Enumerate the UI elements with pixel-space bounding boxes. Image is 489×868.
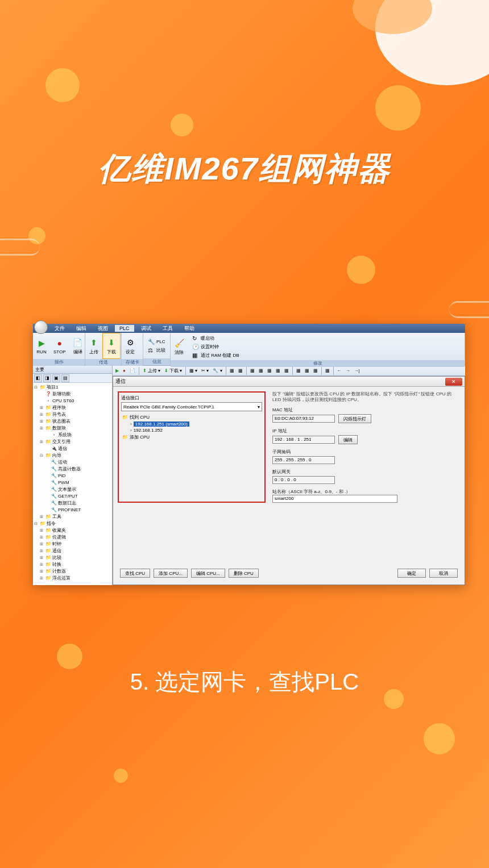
folder-icon: 📁 bbox=[122, 415, 128, 420]
cpu-item-1[interactable]: ▫192.168.1.251 (smart200) bbox=[121, 421, 262, 427]
ok-button[interactable]: 确定 bbox=[397, 569, 426, 578]
tree-favorites[interactable]: ⊞📁收藏夹 bbox=[34, 527, 111, 534]
settings-button[interactable]: ⚙ 设定 bbox=[122, 333, 139, 359]
menu-plc[interactable]: PLC bbox=[115, 325, 134, 332]
rt-g3[interactable]: ▦ bbox=[248, 368, 256, 374]
station-input: smart200 bbox=[272, 495, 397, 503]
edit-cpu-button[interactable]: 编辑 CPU... bbox=[191, 569, 225, 578]
comm-interface-label: 通信接口 bbox=[121, 395, 262, 401]
tree-wizard[interactable]: ⊟📁向导 bbox=[34, 452, 111, 459]
rt-run[interactable]: ▶ bbox=[114, 368, 121, 374]
rt-nav2[interactable]: → bbox=[344, 368, 352, 374]
menu-help[interactable]: 帮助 bbox=[180, 324, 199, 333]
tree-cross-ref[interactable]: ⊞📁交叉引用 bbox=[34, 439, 111, 445]
delete-cpu-button[interactable]: 删除 CPU bbox=[229, 569, 259, 578]
tree-pid[interactable]: 🔧PID bbox=[34, 473, 111, 479]
upload-label: 上传 bbox=[89, 349, 98, 355]
tree-system-block[interactable]: ▫系统块 bbox=[34, 432, 111, 439]
rt-stop[interactable]: ● bbox=[121, 368, 127, 374]
tree-float[interactable]: ⊞📁浮点运算 bbox=[34, 575, 111, 582]
menu-edit[interactable]: 编辑 bbox=[72, 324, 91, 333]
rt-g2[interactable]: ▦ bbox=[237, 368, 244, 374]
tree-comm2[interactable]: ⊞📁通信 bbox=[34, 548, 111, 554]
edit-ip-button[interactable]: 编辑 bbox=[338, 435, 358, 444]
rt-g11[interactable]: ▦ bbox=[324, 368, 331, 374]
menu-debug[interactable]: 调试 bbox=[136, 324, 156, 333]
flash-led-button[interactable]: 闪烁指示灯 bbox=[338, 414, 371, 423]
rt-g7[interactable]: ▦ bbox=[283, 368, 291, 374]
compile-button[interactable]: 📄 编译 bbox=[69, 333, 86, 359]
cpu-item-2[interactable]: ▫192.168.1.252 bbox=[121, 427, 262, 433]
rt-g4[interactable]: ▦ bbox=[257, 368, 265, 374]
rt-g10[interactable]: ▦ bbox=[312, 368, 320, 374]
rt-g8[interactable]: ▦ bbox=[295, 368, 302, 374]
tree-btn-2[interactable]: ◨ bbox=[43, 374, 51, 382]
rt-mod[interactable]: 🔧 ▾ bbox=[211, 368, 223, 374]
rt-nav3[interactable]: →| bbox=[353, 368, 362, 374]
rt-insert[interactable]: ▦ ▾ bbox=[188, 368, 199, 374]
close-button[interactable]: ✕ bbox=[445, 378, 462, 386]
tree-status-chart[interactable]: ⊞📁状态图表 bbox=[34, 418, 111, 425]
find-cpu-button[interactable]: 查找 CPU bbox=[120, 569, 150, 578]
rt-upload[interactable]: ⬆上传 ▾ bbox=[141, 367, 162, 374]
tree-get-put[interactable]: 🔧GET/PUT bbox=[34, 493, 111, 500]
upload-button[interactable]: ⬆ 上传 bbox=[85, 333, 102, 359]
tree-data-block[interactable]: ⊞📁数据块 bbox=[34, 425, 111, 432]
tree-instructions[interactable]: ⊟📁指令 bbox=[34, 520, 111, 527]
tree-new-feature[interactable]: ❓新增功能 bbox=[34, 391, 111, 398]
down-arrow-icon: ⬇ bbox=[106, 337, 117, 348]
tree-btn-3[interactable]: ▣ bbox=[52, 374, 60, 382]
run-button[interactable]: ▶ RUN bbox=[33, 333, 50, 359]
tree-tools[interactable]: ⊞📁工具 bbox=[34, 514, 111, 520]
tree-profinet[interactable]: 🔧PROFINET bbox=[34, 507, 111, 514]
tree-btn-1[interactable]: ◧ bbox=[34, 374, 42, 382]
rt-compile[interactable]: 📄 bbox=[128, 368, 137, 374]
rt-download[interactable]: ⬇下载 ▾ bbox=[163, 367, 184, 374]
rt-nav1[interactable]: ← bbox=[335, 368, 343, 374]
tree-root[interactable]: ⊟📁项目1 bbox=[34, 384, 111, 391]
add-cpu-node[interactable]: 📁添加 CPU bbox=[121, 433, 262, 441]
clear-button[interactable]: 🧹 清除 bbox=[171, 333, 188, 360]
up-arrow-icon: ⬆ bbox=[89, 337, 99, 348]
found-cpu-node[interactable]: 📁找到 CPU bbox=[121, 414, 262, 421]
run-label: RUN bbox=[36, 349, 46, 354]
tree-pwm[interactable]: 🔧PWM bbox=[34, 479, 111, 486]
rt-g1[interactable]: ▦ bbox=[228, 368, 236, 374]
tree-symbol-table[interactable]: ⊞📁符号表 bbox=[34, 411, 111, 418]
interface-combo[interactable]: Realtek PCIe GBE Family Controller.TCPIP… bbox=[121, 402, 262, 411]
cancel-button[interactable]: 取消 bbox=[429, 569, 458, 578]
menu-view[interactable]: 视图 bbox=[93, 324, 113, 333]
tree-btn-4[interactable]: ▤ bbox=[61, 374, 69, 382]
tree-counters[interactable]: ⊞📁计数器 bbox=[34, 568, 111, 575]
project-tree[interactable]: ⊟📁项目1 ❓新增功能 ▫CPU ST60 ⊞📁程序块 ⊞📁符号表 ⊞📁状态图表… bbox=[33, 383, 112, 585]
add-cpu-button[interactable]: 添加 CPU... bbox=[154, 569, 188, 578]
tree-convert[interactable]: ⊞📁转换 bbox=[34, 561, 111, 568]
tree-comm[interactable]: 🔌通信 bbox=[34, 445, 111, 452]
rt-g6[interactable]: ▦ bbox=[274, 368, 282, 374]
tree-motion[interactable]: 🔧运动 bbox=[34, 459, 111, 466]
tree-text-display[interactable]: 🔧文本显示 bbox=[34, 486, 111, 493]
menu-file[interactable]: 文件 bbox=[50, 324, 69, 333]
editor-toolbar: ▶ ● 📄 ⬆上传 ▾ ⬇下载 ▾ ▦ ▾ ✂ ▾ 🔧 ▾ ▦ ▦ ▦ ▦ ▦ … bbox=[113, 366, 465, 376]
rt-g5[interactable]: ▦ bbox=[266, 368, 273, 374]
tree-hsc[interactable]: 🔧高速计数器 bbox=[34, 466, 111, 473]
download-button[interactable]: ⬇ 下载 bbox=[102, 333, 121, 359]
compare-button[interactable]: ⚖比较 bbox=[146, 346, 168, 354]
tree-cpu[interactable]: ▫CPU ST60 bbox=[34, 398, 111, 404]
warm-start-button[interactable]: ↻暖启动 bbox=[190, 334, 242, 342]
download-label: 下载 bbox=[107, 349, 116, 355]
compile-label: 编译 bbox=[73, 349, 82, 355]
tree-compare-ins[interactable]: ⊞📁比较 bbox=[34, 554, 111, 561]
plc-info-button[interactable]: 🔧PLC bbox=[146, 337, 168, 345]
ribbon-group-transfer: 传送 bbox=[85, 359, 121, 366]
tree-program-block[interactable]: ⊞📁程序块 bbox=[34, 404, 111, 411]
rt-delete[interactable]: ✂ ▾ bbox=[200, 368, 210, 374]
stop-button[interactable]: ● STOP bbox=[50, 333, 69, 359]
set-clock-button[interactable]: 🕐设置时钟 bbox=[190, 343, 242, 350]
create-db-button[interactable]: ▦通过 RAM 创建 DB bbox=[190, 351, 242, 359]
rt-g9[interactable]: ▦ bbox=[303, 368, 311, 374]
tree-data-log[interactable]: 🔧数据日志 bbox=[34, 500, 111, 507]
tree-clock[interactable]: ⊞📁时钟 bbox=[34, 541, 111, 548]
tree-bit-logic[interactable]: ⊞📁位逻辑 bbox=[34, 534, 111, 541]
menu-tools[interactable]: 工具 bbox=[158, 324, 177, 333]
